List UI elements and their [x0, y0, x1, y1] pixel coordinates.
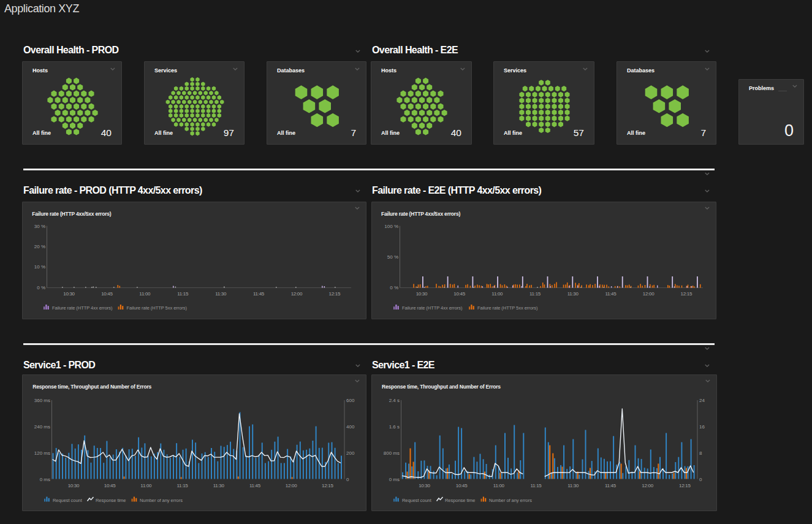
svg-text:10 %: 10 %: [34, 264, 45, 270]
svg-text:11:30: 11:30: [567, 483, 579, 488]
svg-text:11:45: 11:45: [249, 483, 261, 488]
svg-text:0 %: 0 %: [37, 285, 45, 290]
svg-text:Response time: Response time: [96, 498, 126, 503]
svg-text:11:15: 11:15: [177, 291, 189, 297]
svg-text:11:30: 11:30: [213, 483, 225, 488]
svg-text:11:30: 11:30: [215, 291, 227, 297]
svg-text:10:45: 10:45: [456, 483, 468, 488]
svg-text:10:45: 10:45: [101, 291, 113, 297]
svg-text:Response time, Throughput and: Response time, Throughput and Number of …: [32, 384, 151, 390]
svg-text:10:45: 10:45: [104, 483, 116, 488]
svg-text:11:00: 11:00: [491, 291, 503, 297]
svg-text:Failure rate (HTTP 4xx/5xx err: Failure rate (HTTP 4xx/5xx errors): [32, 211, 111, 217]
svg-text:10:30: 10:30: [419, 483, 430, 488]
svg-text:12:00: 12:00: [291, 291, 303, 297]
svg-text:12:15: 12:15: [681, 291, 692, 297]
svg-text:1.6 s: 1.6 s: [389, 424, 400, 430]
svg-text:12:15: 12:15: [329, 291, 341, 297]
svg-text:12:15: 12:15: [322, 483, 333, 488]
svg-text:12:00: 12:00: [286, 483, 297, 488]
svg-text:Number of any errors: Number of any errors: [140, 498, 183, 503]
svg-text:0 ms: 0 ms: [40, 477, 50, 482]
svg-text:Request count: Request count: [402, 498, 432, 503]
svg-text:200: 200: [346, 450, 355, 456]
svg-text:240 ms: 240 ms: [34, 424, 50, 430]
svg-text:10:30: 10:30: [416, 291, 428, 297]
svg-text:100 %: 100 %: [384, 224, 398, 229]
svg-text:10:30: 10:30: [63, 291, 75, 297]
svg-text:360 ms: 360 ms: [34, 398, 50, 403]
svg-text:Failure rate (HTTP 5xx errors): Failure rate (HTTP 5xx errors): [477, 305, 538, 311]
svg-text:16: 16: [699, 424, 705, 430]
svg-text:800 ms: 800 ms: [384, 450, 400, 456]
svg-text:11:00: 11:00: [140, 483, 152, 488]
svg-text:11:00: 11:00: [493, 483, 505, 488]
svg-text:Failure rate (HTTP 4xx errors): Failure rate (HTTP 4xx errors): [402, 305, 463, 311]
svg-text:0: 0: [346, 477, 349, 482]
svg-text:Failure rate (HTTP 5xx errors): Failure rate (HTTP 5xx errors): [127, 305, 188, 311]
svg-text:0 ms: 0 ms: [389, 477, 400, 482]
svg-text:11:45: 11:45: [605, 483, 617, 488]
svg-text:2.4 s: 2.4 s: [389, 398, 400, 403]
svg-text:12:00: 12:00: [642, 483, 653, 488]
svg-text:Request count: Request count: [53, 498, 83, 503]
svg-text:10:30: 10:30: [68, 483, 80, 488]
svg-text:120 ms: 120 ms: [34, 450, 50, 456]
svg-text:20 %: 20 %: [34, 244, 45, 249]
svg-text:Failure rate (HTTP 4xx/5xx err: Failure rate (HTTP 4xx/5xx errors): [381, 211, 460, 217]
svg-text:8: 8: [699, 450, 702, 456]
svg-text:11:30: 11:30: [567, 291, 579, 297]
svg-text:11:45: 11:45: [605, 291, 617, 297]
svg-text:Number of any errors: Number of any errors: [489, 498, 532, 503]
svg-text:50 %: 50 %: [387, 254, 398, 260]
svg-text:30 %: 30 %: [34, 224, 45, 229]
svg-text:11:15: 11:15: [177, 483, 189, 488]
svg-text:12:00: 12:00: [643, 291, 655, 297]
svg-text:Failure rate (HTTP 4xx errors): Failure rate (HTTP 4xx errors): [52, 305, 113, 311]
svg-text:24: 24: [699, 398, 705, 403]
svg-text:Response time, Throughput and: Response time, Throughput and Number of …: [382, 384, 501, 390]
svg-text:11:15: 11:15: [531, 483, 542, 488]
svg-text:11:45: 11:45: [253, 291, 265, 297]
svg-text:600: 600: [346, 398, 355, 403]
svg-text:11:15: 11:15: [529, 291, 541, 297]
svg-text:12:15: 12:15: [679, 483, 691, 488]
svg-text:0: 0: [699, 477, 702, 482]
svg-text:0 %: 0 %: [390, 285, 398, 290]
svg-text:Response time: Response time: [445, 498, 475, 503]
svg-text:10:45: 10:45: [453, 291, 465, 297]
svg-text:11:00: 11:00: [139, 291, 151, 297]
svg-text:400: 400: [346, 424, 355, 430]
